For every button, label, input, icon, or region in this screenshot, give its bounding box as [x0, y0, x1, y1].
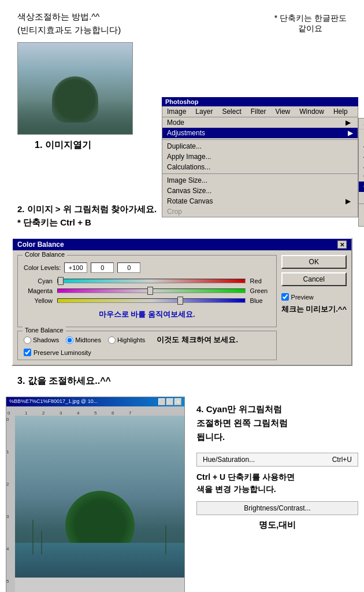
menu-filter[interactable]: Filter — [246, 106, 271, 117]
section4: %BB%E7%C1%F80017_1.jpg @ 10... _ □ ✕ 0 1… — [0, 391, 364, 592]
adj-hue-sat[interactable]: Hue/Saturation... Ctrl+U — [359, 205, 364, 216]
level2-input[interactable] — [91, 262, 114, 273]
adj-auto-contrast[interactable]: Auto Contrast Alt+Shft+Ctrl+L — [359, 150, 364, 161]
menu-select[interactable]: Select — [217, 106, 246, 117]
adj-auto-color[interactable]: Auto Color Shft+Ctrl+B — [359, 161, 364, 171]
adj-auto-levels[interactable]: Auto Levels Shft+Ctrl+L — [359, 140, 364, 150]
preview-ruler-top: 0 1 2 3 4 5 6 7 — [6, 406, 184, 416]
color-balance-dialog[interactable]: Color Balance ✕ Color Balance Color Leve… — [12, 238, 352, 366]
preview-checkbox[interactable] — [281, 293, 289, 301]
cyan-red-slider-row: Cyan Red — [24, 278, 270, 284]
divider2 — [162, 173, 358, 174]
adj-curves[interactable]: Curves... Ctrl+M — [359, 171, 364, 182]
midtones-radio[interactable] — [66, 336, 73, 344]
step4-desc-text: Ctrl + U 단축키를 사용하면 색을 변경 가능합니다. — [196, 471, 358, 495]
brightness-label: 명도,대비 — [196, 520, 358, 531]
adj-more[interactable]: Invert... Shft+Ctrl+↑ — [359, 216, 364, 226]
yellow-blue-thumb[interactable] — [177, 297, 183, 305]
highlights-option[interactable]: Highlights — [108, 336, 145, 344]
close-button[interactable]: ✕ — [174, 398, 181, 405]
adj-levels[interactable]: Levels... Ctrl+L — [359, 130, 364, 140]
dialog-body: Color Balance Color Levels: Cyan Red — [13, 250, 351, 365]
menu-mode[interactable]: Mode▶ — [162, 117, 358, 128]
highlights-radio[interactable] — [108, 336, 116, 344]
red-label: Red — [250, 278, 270, 284]
preview-window-title: %BB%E7%C1%F80017_1.jpg @ 10... _ □ ✕ — [6, 397, 184, 406]
title-line1: 색상조절하는 방법.^^ — [17, 10, 263, 24]
stick2 — [41, 531, 42, 554]
menu-help[interactable]: Help — [329, 106, 352, 117]
window-controls[interactable]: _ □ ✕ — [158, 398, 181, 405]
minimize-button[interactable]: _ — [158, 398, 165, 405]
preview-label: Preview — [291, 294, 314, 301]
cancel-button[interactable]: Cancel — [281, 272, 347, 286]
shortcut-note: * 단축키는 한글판도 같이요 — [274, 10, 347, 36]
level1-input[interactable] — [64, 262, 87, 273]
shadows-radio[interactable] — [24, 336, 31, 344]
ps-dropdown[interactable]: Mode▶ Adjustments▶ Duplicate... Apply Im… — [162, 117, 358, 217]
shadows-option[interactable]: Shadows — [24, 336, 59, 344]
menu-rotate-canvas[interactable]: Rotate Canvas▶ — [162, 196, 358, 206]
tone-group-title: Tone Balance — [23, 327, 66, 334]
section-image-menu: 1. 이미지열기 Photoshop Image Layer Select Fi… — [0, 42, 364, 198]
menu-apply-image[interactable]: Apply Image... — [162, 151, 358, 162]
color-levels-row: Color Levels: — [24, 262, 270, 273]
menu-window[interactable]: Window — [295, 106, 329, 117]
slider-annotation: 마우스로 바를 움직여보세요. — [24, 307, 270, 322]
magenta-green-slider[interactable] — [57, 288, 246, 293]
yellow-blue-slider-row: Yellow Blue — [24, 297, 270, 304]
tone-options-row: Shadows Midtones Highlights 이것도 체크하여 보세요… — [24, 335, 270, 345]
menu-adjustments[interactable]: Adjustments▶ — [162, 128, 358, 138]
stick3 — [165, 526, 166, 554]
ok-button[interactable]: OK — [281, 255, 347, 269]
menu-duplicate[interactable]: Duplicate... — [162, 141, 358, 151]
title-line2: (빈티지효과도 가능합니다) — [17, 24, 263, 37]
ruler-left: 0 1 2 3 4 5 — [6, 416, 15, 592]
preview-canvas-area: 0 1 2 3 4 5 — [6, 416, 184, 592]
ps-titlebar: Photoshop — [162, 97, 358, 106]
ps-menu[interactable]: Photoshop Image Layer Select Filter View… — [162, 97, 358, 217]
preserve-luminosity-row[interactable]: Preserve Luminosity — [24, 349, 270, 356]
dialog-right-panel: OK Cancel Preview 체크는 미리보기.^^ — [281, 255, 347, 360]
dialog-close-button[interactable]: ✕ — [337, 240, 347, 249]
group-title: Color Balance — [23, 251, 67, 258]
maximize-button[interactable]: □ — [166, 398, 173, 405]
preview-check-row[interactable]: Preview 체크는 미리보기.^^ — [281, 293, 347, 314]
preview-window: %BB%E7%C1%F80017_1.jpg @ 10... _ □ ✕ 0 1… — [6, 397, 185, 592]
magenta-green-slider-row: Magenta Green — [24, 287, 270, 294]
brightness-shortcut: Brightness/Contrast... — [196, 501, 358, 515]
tone-balance-group: Tone Balance Shadows Midtones Highlights — [17, 331, 277, 360]
menu-crop[interactable]: Crop — [162, 206, 358, 217]
adjustments-submenu[interactable]: Show Bounding Box T̶-̶-̶-̶ l̶l̶ Levels..… — [358, 118, 364, 227]
adj-brightness[interactable]: Brightness/Contrast... — [359, 192, 364, 202]
tree-shape — [52, 76, 98, 123]
preserve-luminosity-checkbox[interactable] — [24, 349, 31, 356]
dialog-titlebar: Color Balance ✕ — [13, 239, 351, 250]
yellow-label: Yellow — [24, 297, 53, 304]
section4-right: 4. Cyan만 위그림처럼 조절하면 왼쪽 그림처럼 됩니다. Hue/Sat… — [196, 397, 358, 531]
cyan-label: Cyan — [24, 278, 53, 284]
yellow-blue-slider[interactable] — [57, 298, 246, 303]
menu-image[interactable]: Image — [162, 106, 191, 117]
header-text: 색상조절하는 방법.^^ (빈티지효과도 가능합니다) — [17, 10, 263, 36]
menu-layer[interactable]: Layer — [191, 106, 217, 117]
dialog-left-panel: Color Balance Color Levels: Cyan Red — [17, 255, 277, 360]
magenta-green-thumb[interactable] — [147, 287, 153, 295]
hue-sat-shortcut: Hue/Saturation... Ctrl+U — [196, 453, 358, 467]
cyan-red-thumb[interactable] — [58, 277, 64, 285]
level3-input[interactable] — [117, 262, 140, 273]
menu-calculations[interactable]: Calculations... — [162, 162, 358, 172]
magenta-label: Magenta — [24, 287, 53, 294]
color-balance-group: Color Balance Color Levels: Cyan Red — [17, 255, 277, 327]
menu-view[interactable]: View — [270, 106, 295, 117]
ps-menubar[interactable]: Image Layer Select Filter View Window He… — [162, 106, 358, 117]
green-label: Green — [250, 287, 270, 294]
preview-water — [15, 543, 184, 578]
cyan-red-slider[interactable] — [57, 279, 246, 283]
adj-color-balance[interactable]: Color Balance... Ctrl+B — [359, 182, 364, 192]
menu-canvas-size[interactable]: Canvas Size... — [162, 186, 358, 196]
preview-photo — [15, 416, 184, 578]
adj-show-bb[interactable]: Show Bounding Box T̶-̶-̶-̶ l̶l̶ — [359, 119, 364, 130]
midtones-option[interactable]: Midtones — [66, 336, 101, 344]
menu-image-size[interactable]: Image Size... — [162, 175, 358, 186]
